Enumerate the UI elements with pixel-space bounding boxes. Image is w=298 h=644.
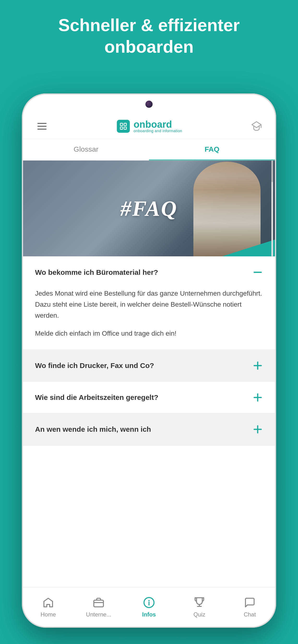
phone-inner: onboard onboarding and information Gloss… xyxy=(23,95,275,626)
phone-wrapper: onboard onboarding and information Gloss… xyxy=(22,94,276,628)
faq-question-3[interactable]: Wie sind die Arbeitszeiten geregelt? xyxy=(23,382,275,413)
trophy-icon xyxy=(193,596,206,609)
scrollbar xyxy=(271,160,273,256)
faq-item-1: Wo bekomme ich Büromaterial her? Jedes M… xyxy=(23,256,275,350)
faq-question-4[interactable]: An wen wende ich mich, wenn ich xyxy=(23,414,275,445)
hamburger-line-2 xyxy=(37,126,47,127)
minus-icon xyxy=(254,272,262,273)
app-header: onboard onboarding and information xyxy=(23,114,275,139)
nav-item-chat[interactable]: Chat xyxy=(225,596,275,618)
logo-area: onboard onboarding and information xyxy=(117,120,182,133)
nav-label-quiz: Quiz xyxy=(193,611,205,618)
briefcase-icon xyxy=(92,596,105,609)
nav-label-home: Home xyxy=(41,611,56,618)
nav-item-quiz[interactable]: Quiz xyxy=(174,596,225,618)
faq-question-1[interactable]: Wo bekomme ich Büromaterial her? xyxy=(23,256,275,288)
logo-icon xyxy=(117,120,130,133)
hamburger-line-1 xyxy=(37,123,47,124)
faq-collapse-icon-1[interactable] xyxy=(252,267,263,278)
nav-label-chat: Chat xyxy=(244,611,256,618)
svg-rect-3 xyxy=(124,127,126,130)
faq-a1-p2: Melde dich einfach im Office und trage d… xyxy=(35,328,263,339)
logo-text: onboard onboarding and information xyxy=(134,120,182,133)
svg-rect-0 xyxy=(120,123,123,126)
hamburger-menu[interactable] xyxy=(35,120,49,132)
faq-item-4: An wen wende ich mich, wenn ich xyxy=(23,414,275,446)
faq-item-3: Wie sind die Arbeitszeiten geregelt? xyxy=(23,382,275,414)
faq-expand-icon-2[interactable] xyxy=(252,360,263,371)
faq-q4-text: An wen wende ich mich, wenn ich xyxy=(35,424,252,434)
faq-hero-image: #FAQ xyxy=(23,160,275,256)
svg-rect-2 xyxy=(120,127,123,130)
faq-q2-text: Wo finde ich Drucker, Fax und Co? xyxy=(35,361,252,370)
hero-section: Schneller & effizienter onboarden xyxy=(0,14,298,58)
home-icon xyxy=(42,596,55,609)
svg-marker-4 xyxy=(252,122,261,128)
tab-faq[interactable]: FAQ xyxy=(149,139,275,160)
bottom-nav: Home Unterne... xyxy=(23,587,275,626)
nav-label-infos: Infos xyxy=(142,611,156,618)
faq-q3-text: Wie sind die Arbeitszeiten geregelt? xyxy=(35,393,252,402)
faq-question-2[interactable]: Wo finde ich Drucker, Fax und Co? xyxy=(23,350,275,382)
chat-icon xyxy=(243,596,256,609)
camera-dot xyxy=(145,100,153,108)
graduation-icon[interactable] xyxy=(250,120,263,133)
logo-subtitle: onboarding and information xyxy=(134,129,182,133)
faq-item-2: Wo finde ich Drucker, Fax und Co? xyxy=(23,350,275,382)
faq-expand-icon-3[interactable] xyxy=(252,392,263,403)
faq-a1-p1: Jedes Monat wird eine Bestellung für das… xyxy=(35,288,263,321)
faq-answer-1: Jedes Monat wird eine Bestellung für das… xyxy=(23,288,275,350)
nav-label-unternehmen: Unterne... xyxy=(86,611,111,618)
faq-expand-icon-4[interactable] xyxy=(252,424,263,434)
svg-rect-6 xyxy=(94,600,103,607)
phone-shell: onboard onboarding and information Gloss… xyxy=(22,94,276,628)
tab-glossar[interactable]: Glossar xyxy=(23,139,149,160)
info-icon xyxy=(142,596,156,609)
content-area: Wo bekomme ich Büromaterial her? Jedes M… xyxy=(23,256,275,587)
logo-name: onboard xyxy=(134,120,182,129)
tabs-bar: Glossar FAQ xyxy=(23,139,275,160)
nav-item-infos[interactable]: Infos xyxy=(124,596,174,618)
hero-title: Schneller & effizienter onboarden xyxy=(0,14,298,58)
faq-q1-text: Wo bekomme ich Büromaterial her? xyxy=(35,268,252,277)
nav-item-home[interactable]: Home xyxy=(23,596,73,618)
svg-rect-1 xyxy=(124,123,126,126)
nav-item-unternehmen[interactable]: Unterne... xyxy=(73,596,124,618)
status-bar xyxy=(23,95,275,114)
hamburger-line-3 xyxy=(37,129,47,130)
